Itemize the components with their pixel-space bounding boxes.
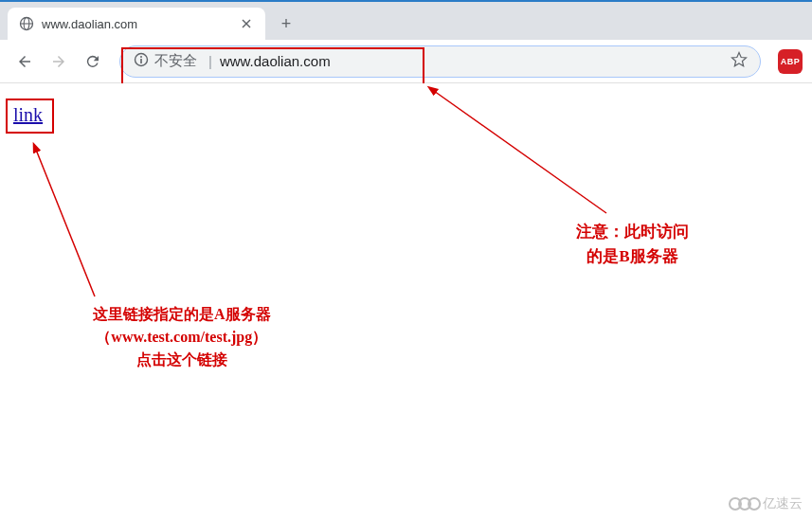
watermark-logo-icon [729, 495, 757, 512]
watermark: 亿速云 [729, 495, 803, 512]
annotation-text-left: 这里链接指定的是A服务器 （www.test.com/test.jpg） 点击这… [93, 303, 271, 371]
annotation-text-right: 注意：此时访问 的是B服务器 [576, 220, 689, 268]
svg-line-9 [434, 91, 606, 213]
annotation-arrow-right [0, 0, 812, 303]
page-content: link 这里链接指定的是A服务器 （www.test.com/test.jpg… [0, 83, 812, 520]
watermark-text: 亿速云 [763, 495, 803, 512]
